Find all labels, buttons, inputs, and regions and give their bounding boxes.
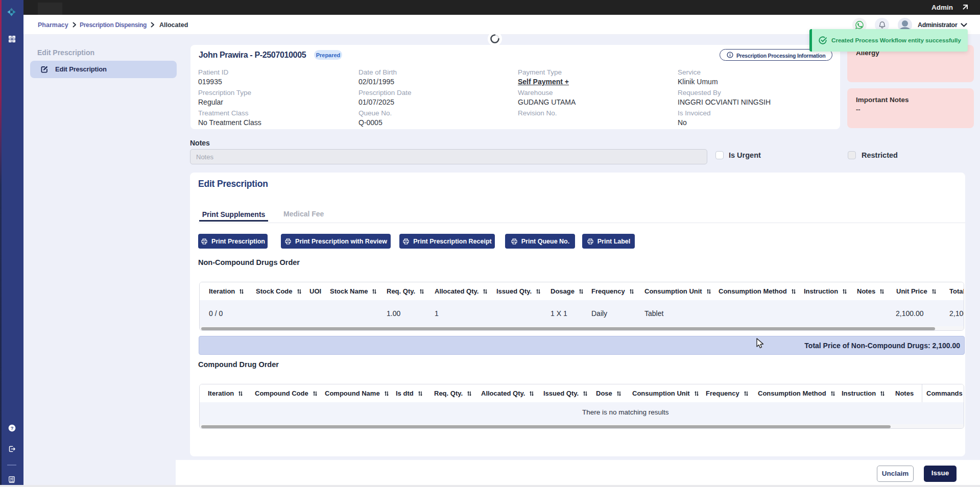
svg-text:?: ? xyxy=(11,426,14,431)
